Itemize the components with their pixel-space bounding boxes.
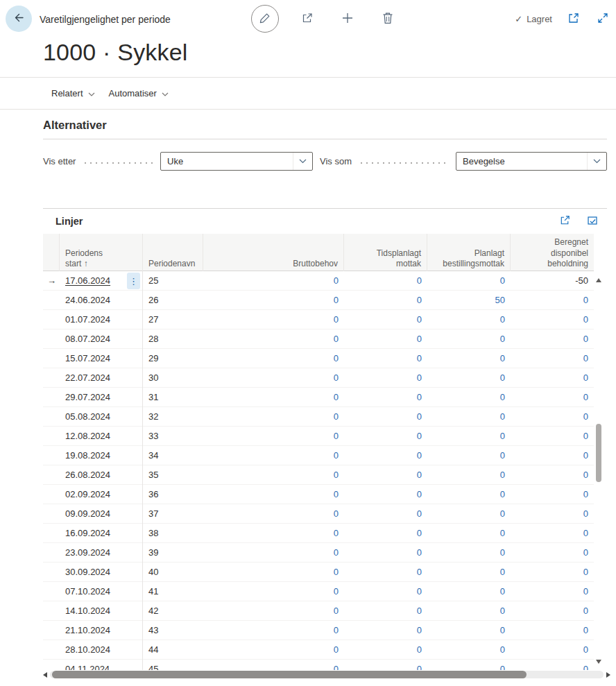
period-start-value[interactable]: 04.11.2024: [65, 664, 110, 670]
table-row[interactable]: 15.07.2024290000: [43, 349, 594, 368]
delete-button[interactable]: [376, 7, 400, 31]
period-start-cell[interactable]: 29.07.2024: [60, 388, 143, 406]
projected-available-cell[interactable]: 0: [511, 392, 594, 402]
scheduled-receipt-cell[interactable]: 0: [344, 450, 427, 461]
scheduled-receipt-cell[interactable]: 0: [344, 586, 427, 597]
column-header-projected-available[interactable]: Beregnet disponibel beholdning: [511, 234, 594, 275]
period-start-cell[interactable]: 26.08.2024: [60, 465, 143, 484]
period-start-value[interactable]: 28.10.2024: [65, 644, 110, 655]
scheduled-receipt-cell[interactable]: 0: [344, 314, 427, 325]
open-in-new-window-button[interactable]: [566, 11, 581, 26]
gross-requirement-cell[interactable]: 0: [203, 392, 344, 402]
scheduled-receipt-cell[interactable]: 0: [344, 567, 427, 577]
period-start-cell[interactable]: 30.09.2024: [60, 563, 143, 581]
new-button[interactable]: [336, 7, 359, 31]
scheduled-receipt-cell[interactable]: 0: [344, 295, 427, 305]
planned-order-receipt-cell[interactable]: 0: [427, 334, 511, 344]
gross-requirement-cell[interactable]: 0: [203, 508, 344, 519]
period-name-cell[interactable]: 44: [143, 644, 203, 655]
projected-available-cell[interactable]: -50: [511, 275, 594, 286]
gross-requirement-cell[interactable]: 0: [203, 411, 344, 422]
expand-page-button[interactable]: [595, 11, 610, 26]
projected-available-cell[interactable]: 0: [511, 295, 594, 305]
planned-order-receipt-cell[interactable]: 0: [427, 567, 511, 577]
scheduled-receipt-cell[interactable]: 0: [344, 353, 427, 363]
gross-requirement-cell[interactable]: 0: [203, 547, 344, 558]
period-start-value[interactable]: 01.07.2024: [65, 314, 110, 325]
period-start-value[interactable]: 15.07.2024: [65, 353, 110, 363]
table-row[interactable]: 30.09.2024400000: [43, 563, 594, 582]
period-name-cell[interactable]: 26: [143, 295, 203, 305]
projected-available-cell[interactable]: 0: [511, 372, 594, 383]
planned-order-receipt-cell[interactable]: 0: [427, 625, 511, 635]
column-header-period-start[interactable]: Periodens start ↑: [60, 234, 143, 275]
period-start-value[interactable]: 24.06.2024: [65, 295, 110, 305]
gross-requirement-cell[interactable]: 0: [203, 372, 344, 383]
period-name-cell[interactable]: 40: [143, 567, 203, 577]
period-name-cell[interactable]: 25: [143, 275, 203, 286]
projected-available-cell[interactable]: 0: [511, 528, 594, 538]
horizontal-scrollbar-thumb[interactable]: [52, 671, 527, 678]
projected-available-cell[interactable]: 0: [511, 334, 594, 344]
projected-available-cell[interactable]: 0: [511, 547, 594, 558]
period-start-value[interactable]: 26.08.2024: [65, 470, 110, 480]
planned-order-receipt-cell[interactable]: 0: [427, 431, 511, 441]
period-start-value[interactable]: 07.10.2024: [65, 586, 110, 597]
gross-requirement-cell[interactable]: 0: [203, 489, 344, 499]
edit-button[interactable]: [251, 5, 279, 33]
period-start-cell[interactable]: 12.08.2024: [60, 427, 143, 445]
scheduled-receipt-cell[interactable]: 0: [344, 644, 427, 655]
chevron-down-icon[interactable]: [587, 153, 606, 170]
column-header-gross-requirement[interactable]: Bruttobehov: [203, 234, 344, 275]
period-start-cell[interactable]: 07.10.2024: [60, 582, 143, 601]
planned-order-receipt-cell[interactable]: 0: [427, 314, 511, 325]
gross-requirement-cell[interactable]: 0: [203, 644, 344, 655]
table-row[interactable]: 09.09.2024370000: [43, 504, 594, 524]
projected-available-cell[interactable]: 0: [511, 606, 594, 616]
period-start-value[interactable]: 09.09.2024: [65, 508, 110, 519]
menu-item-automatiser[interactable]: Automatiser: [102, 82, 176, 104]
planned-order-receipt-cell[interactable]: 0: [427, 489, 511, 499]
period-start-cell[interactable]: 08.07.2024: [60, 329, 143, 348]
share-button[interactable]: [296, 7, 319, 31]
period-start-value[interactable]: 19.08.2024: [65, 450, 110, 461]
scroll-down-arrow[interactable]: [596, 660, 601, 664]
gross-requirement-cell[interactable]: 0: [203, 664, 344, 670]
back-button[interactable]: [6, 6, 32, 32]
column-header-planned-order-receipt[interactable]: Planlagt bestillingsmottak: [427, 234, 511, 275]
period-name-cell[interactable]: 35: [143, 470, 203, 480]
scheduled-receipt-cell[interactable]: 0: [344, 392, 427, 402]
column-header-scheduled-receipt[interactable]: Tidsplanlagt mottak: [344, 234, 427, 275]
scroll-left-arrow[interactable]: [43, 672, 47, 678]
period-start-cell[interactable]: 28.10.2024: [60, 640, 143, 659]
horizontal-scrollbar[interactable]: [43, 670, 610, 679]
gross-requirement-cell[interactable]: 0: [203, 334, 344, 344]
projected-available-cell[interactable]: 0: [511, 431, 594, 441]
period-name-cell[interactable]: 29: [143, 353, 203, 363]
planned-order-receipt-cell[interactable]: 0: [427, 275, 511, 286]
period-start-value[interactable]: 16.09.2024: [65, 528, 110, 538]
planned-order-receipt-cell[interactable]: 0: [427, 606, 511, 616]
table-row[interactable]: 16.09.2024380000: [43, 524, 594, 543]
planned-order-receipt-cell[interactable]: 0: [427, 664, 511, 670]
scheduled-receipt-cell[interactable]: 0: [344, 664, 427, 670]
planned-order-receipt-cell[interactable]: 0: [427, 372, 511, 383]
projected-available-cell[interactable]: 0: [511, 353, 594, 363]
table-row[interactable]: 02.09.2024360000: [43, 485, 594, 504]
period-name-cell[interactable]: 37: [143, 508, 203, 519]
table-row[interactable]: 26.08.2024350000: [43, 465, 594, 485]
chevron-down-icon[interactable]: [293, 153, 312, 170]
period-start-value[interactable]: 30.09.2024: [65, 567, 110, 577]
projected-available-cell[interactable]: 0: [511, 644, 594, 655]
table-row[interactable]: →17.06.2024⋮25000-50: [43, 271, 594, 291]
planned-order-receipt-cell[interactable]: 0: [427, 586, 511, 597]
period-start-value[interactable]: 22.07.2024: [65, 372, 110, 383]
table-row[interactable]: 01.07.2024270000: [43, 310, 594, 329]
table-row[interactable]: 22.07.2024300000: [43, 368, 594, 388]
period-start-cell[interactable]: 19.08.2024: [60, 446, 143, 465]
scroll-up-arrow[interactable]: [596, 278, 601, 282]
projected-available-cell[interactable]: 0: [511, 625, 594, 635]
period-name-cell[interactable]: 39: [143, 547, 203, 558]
projected-available-cell[interactable]: 0: [511, 508, 594, 519]
gross-requirement-cell[interactable]: 0: [203, 625, 344, 635]
